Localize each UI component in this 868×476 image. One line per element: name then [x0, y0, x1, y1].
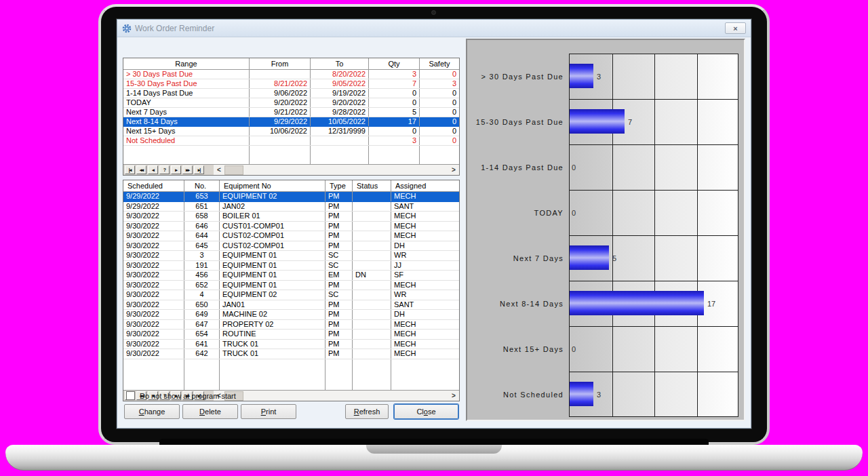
no-cell: 658 [184, 212, 220, 221]
scheduled-cell: 9/30/2022 [123, 231, 184, 241]
table-row[interactable]: 9/29/2022653EQUIPMENT 02PMMECH [123, 192, 459, 202]
safety-cell: 0 [420, 98, 459, 107]
nav-fast-backward-button[interactable]: ◂◂ [136, 165, 146, 174]
vcr-buttons: |◂◂◂◂?▸▸▸▸| [123, 165, 214, 175]
range-cell: Not Scheduled [123, 136, 250, 145]
table-row[interactable]: 15-30 Days Past Due8/21/20229/05/202273 [123, 79, 459, 89]
chart-category-label: Next 7 Days [469, 235, 564, 281]
scheduled-cell: 9/29/2022 [123, 192, 184, 201]
equipment-cell: TRUCK 01 [220, 340, 326, 349]
table-row[interactable]: 9/30/2022647PROPERTY 02PMMECH [123, 320, 459, 330]
column-header[interactable]: To [311, 58, 369, 69]
to-cell: 9/28/2022 [311, 108, 369, 117]
from-cell: 10/06/2022 [250, 127, 311, 136]
column-header[interactable]: From [250, 58, 311, 69]
table-row[interactable]: 9/30/2022658BOILER 01PMMECH [123, 212, 459, 222]
hscrollbar[interactable]: <> [214, 165, 459, 175]
nav-fast-forward-button[interactable]: ▸▸ [182, 165, 193, 174]
scroll-right-icon[interactable]: > [448, 392, 459, 399]
column-header[interactable]: Range [123, 58, 250, 69]
laptop-base [5, 445, 863, 471]
range-cell: Next 7 Days [123, 108, 250, 117]
scroll-left-icon[interactable]: < [214, 166, 224, 174]
scheduled-cell: 9/30/2022 [123, 212, 184, 221]
table-row[interactable]: 9/29/2022651JAN02PMSANT [123, 202, 459, 212]
close-button[interactable]: Close [394, 404, 458, 419]
table-row[interactable]: 9/30/2022650JAN01PMSANT [123, 300, 459, 311]
column-header[interactable]: Type [326, 180, 353, 191]
nav-last-button[interactable]: ▸| [194, 165, 204, 174]
assigned-cell: JJ [391, 261, 459, 271]
type-cell: SC [326, 261, 353, 271]
table-row[interactable]: Next 7 Days9/21/20229/28/202250 [123, 108, 459, 117]
scheduled-cell: 9/30/2022 [123, 349, 184, 359]
to-cell: 8/20/2022 [311, 70, 369, 79]
status-cell [353, 281, 391, 290]
table-row[interactable]: 9/30/2022642TRUCK 01PMMECH [123, 349, 459, 359]
status-cell [353, 320, 391, 330]
table-row[interactable]: 9/30/2022654ROUTINEPMMECH [123, 330, 459, 340]
window-close-button[interactable]: × [725, 22, 746, 34]
type-cell: PM [326, 192, 353, 201]
status-cell [353, 241, 391, 251]
table-row[interactable]: Next 8-14 Days9/29/202210/05/2022170 [123, 117, 459, 127]
column-header[interactable]: Scheduled [123, 180, 184, 191]
column-header[interactable]: Safety [420, 58, 459, 69]
status-cell [353, 192, 391, 201]
table-row[interactable]: 9/30/2022456EQUIPMENT 01EMDNSF [123, 271, 459, 281]
nav-previous-button[interactable]: ◂ [148, 165, 158, 174]
table-row[interactable]: TODAY9/20/20229/20/202200 [123, 98, 459, 108]
qty-cell: 0 [369, 98, 420, 107]
column-header[interactable]: Qty [369, 58, 420, 69]
safety-cell: 0 [420, 89, 459, 98]
table-row[interactable]: Not Scheduled30 [123, 136, 459, 146]
column-header[interactable]: Status [353, 180, 391, 191]
table-row[interactable]: 9/30/20223EQUIPMENT 01SCWR [123, 251, 459, 261]
table-row[interactable]: 9/30/2022652EQUIPMENT 01PMMECH [123, 281, 459, 291]
change-button[interactable]: Change [124, 404, 180, 419]
table-row[interactable]: 9/30/20224EQUIPMENT 02SCWR [123, 290, 459, 300]
hscrollbar[interactable]: <> [214, 391, 459, 401]
table-row[interactable]: 9/30/2022644CUST02-COMP01PMMECH [123, 231, 459, 241]
table-row[interactable]: 9/30/2022641TRUCK 01PMMECH [123, 340, 459, 350]
table-row[interactable]: 9/30/2022649MACHINE 02PMDH [123, 310, 459, 320]
from-cell: 9/20/2022 [250, 98, 311, 107]
delete-button[interactable]: Delete [182, 404, 238, 419]
table-row[interactable]: 9/30/2022645CUST02-COMP01PMDH [123, 241, 459, 252]
titlebar[interactable]: Work Order Reminder × [117, 20, 751, 37]
safety-cell: 0 [420, 127, 459, 136]
no-cell: 653 [184, 192, 220, 201]
column-header[interactable]: Equipment No [220, 180, 326, 191]
laptop-hinge [159, 439, 709, 445]
workorder-table-header: ScheduledNo.Equipment NoTypeStatusAssign… [123, 180, 459, 192]
table-row[interactable]: 9/30/2022646CUST01-COMP01PMMECH [123, 222, 459, 232]
range-cell: 15-30 Days Past Due [123, 79, 250, 88]
chart-row-separator [569, 99, 738, 100]
table-row[interactable]: > 30 Days Past Due8/20/202230 [123, 70, 459, 79]
scheduled-cell: 9/30/2022 [123, 290, 184, 300]
record-navigator: |◂◂◂◂?▸▸▸▸|<> [123, 164, 459, 175]
table-row[interactable]: 9/30/2022191EQUIPMENT 01SCJJ [123, 261, 459, 271]
qty-cell: 0 [369, 89, 420, 98]
print-button[interactable]: Print [241, 404, 296, 419]
column-header[interactable]: Assigned [391, 180, 459, 191]
range-cell: > 30 Days Past Due [123, 70, 250, 79]
nav-help-button[interactable]: ? [159, 165, 170, 174]
chart-category-label: Next 8-14 Days [469, 281, 564, 326]
scroll-right-icon[interactable]: > [448, 166, 459, 174]
table-row[interactable]: Next 15+ Days10/06/202212/31/999900 [123, 127, 459, 136]
table-row[interactable]: 1-14 Days Past Due9/06/20229/19/202200 [123, 89, 459, 98]
chart-category-label: Next 15+ Days [469, 326, 564, 372]
desktop-background: { "window": { "title": "Work Order Remin… [0, 0, 868, 476]
no-cell: 3 [184, 251, 220, 260]
assigned-cell: SF [391, 271, 459, 280]
dont-show-checkbox[interactable] [126, 391, 135, 400]
nav-first-button[interactable]: |◂ [125, 165, 135, 174]
refresh-button[interactable]: Refresh [345, 404, 389, 419]
equipment-cell: JAN02 [220, 202, 326, 212]
column-header[interactable]: No. [184, 180, 220, 191]
scroll-thumb[interactable] [224, 165, 243, 175]
chart-bar [570, 109, 625, 134]
nav-next-button[interactable]: ▸ [171, 165, 181, 174]
range-cell: Next 8-14 Days [123, 117, 250, 126]
